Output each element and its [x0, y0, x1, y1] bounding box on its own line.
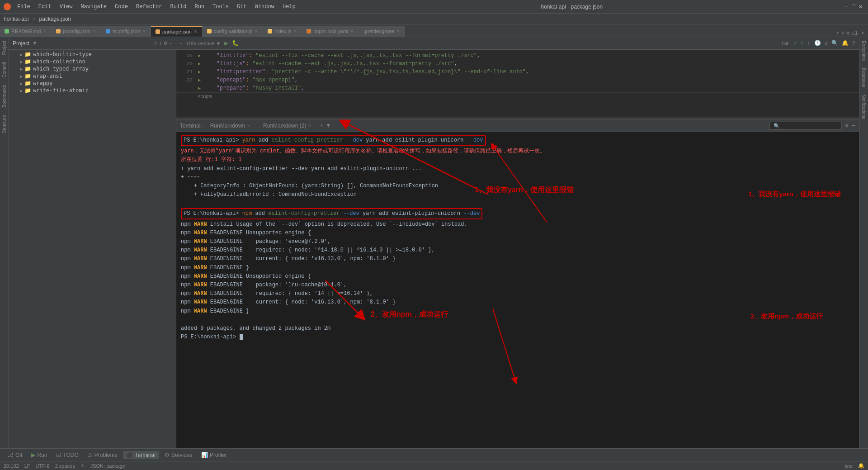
tab-pnpm-lock[interactable]: pnpm-lock.yaml ✕ — [302, 26, 359, 37]
toolbar-profiler[interactable]: 📊 Profiler — [198, 451, 231, 459]
term-tab-1[interactable]: RunMarkdown ✕ — [206, 122, 255, 130]
editor-terminal: ← i18n-remove ▼ ▶ 🐛 Git: ✓ ✓ ↑ 🕒 ↺ 🔍 🔔 ?… — [176, 37, 859, 448]
toolbar-back[interactable]: ← — [180, 40, 183, 47]
menu-edit[interactable]: Edit — [35, 3, 55, 11]
collapse-all-icon[interactable]: ≡ — [154, 40, 157, 47]
code-editor: 19 ▶ "lint:fix": "eslint --fix --cache -… — [176, 50, 859, 118]
tab-index-js[interactable]: index.js ✕ — [263, 26, 302, 37]
status-filetype[interactable]: JSON: package — [90, 463, 125, 469]
close-terminal-icon[interactable]: ─ — [852, 123, 855, 129]
tab-readme[interactable]: README.md ✕ — [0, 26, 52, 37]
toolbar-git[interactable]: ⎇ Git — [4, 451, 26, 459]
terminal-search[interactable] — [769, 122, 842, 130]
separator: › — [32, 16, 35, 22]
code-line-23: ▶ "prepare": "husky install", — [176, 84, 859, 92]
tree-item-which-builtin[interactable]: ▶ 📁 which-builtin-type — [9, 51, 176, 58]
toolbar-todo[interactable]: ☑ TODO — [52, 451, 82, 459]
status-line-col[interactable]: 20:102 — [4, 463, 19, 469]
project-header-title: Project — [13, 40, 29, 47]
tree-item-which-collection[interactable]: ▶ 📁 which-collection — [9, 58, 176, 65]
git-push[interactable]: ↑ — [807, 40, 810, 47]
menu-window[interactable]: Window — [251, 3, 278, 11]
maximize-button[interactable]: □ — [852, 3, 855, 10]
cmd1-block: PS E:\honkai-api> yarn add eslint-config… — [181, 135, 486, 146]
search-btn[interactable]: 🔍 — [831, 40, 838, 47]
prompt-1: PS E:\honkai-api> — [184, 137, 242, 143]
term-tab-2[interactable]: RunMarkdown (2) ✕ — [259, 122, 316, 130]
notifications-tab[interactable]: Notifications — [861, 95, 866, 119]
git-history[interactable]: 🕒 — [814, 40, 821, 47]
editor-toolbar: ← i18n-remove ▼ ▶ 🐛 Git: ✓ ✓ ↑ 🕒 ↺ 🔍 🔔 ? — [176, 37, 859, 50]
cmd-1-rest: add — [255, 137, 271, 143]
structure-tab[interactable]: Structure — [2, 115, 7, 133]
menu-refactor[interactable]: Refactor — [132, 3, 166, 11]
project-panel-header: Project ▼ ≡ ↕ ⚙ ─ — [9, 37, 176, 50]
git-check2[interactable]: ✓ — [800, 40, 803, 47]
code-line-19: 19 ▶ "lint:fix": "eslint --fix --cache -… — [176, 52, 859, 60]
status-branch[interactable]: test — [844, 463, 853, 469]
tree-item-wrappy[interactable]: ▶ 📁 wrappy — [9, 80, 176, 87]
menu-view[interactable]: View — [56, 3, 76, 11]
settings-icon-terminal[interactable]: ⚙ — [845, 122, 849, 129]
commit-tab[interactable]: Commit — [2, 62, 7, 77]
settings-icon[interactable]: ⚙ — [164, 40, 167, 47]
tab-prettierignore[interactable]: .prettierignore ✕ — [359, 26, 405, 37]
git-check1[interactable]: ✓ — [793, 40, 797, 47]
status-indent[interactable]: 2 spaces — [55, 463, 75, 469]
annotation-2-text: 2、改用npm，成功运行 — [750, 312, 823, 321]
minimize-panel-icon[interactable]: ─ — [169, 40, 172, 47]
tab-jsconfig[interactable]: jsconfig.json ✕ — [52, 26, 101, 37]
bookmarks-tab[interactable]: Bookmarks — [2, 85, 7, 108]
menu-run[interactable]: Run — [191, 3, 208, 11]
tree-item-wrap-ansi[interactable]: ▶ 📁 wrap-ansi — [9, 72, 176, 80]
menu-navigate[interactable]: Navigate — [77, 3, 110, 11]
add-terminal-btn[interactable]: + — [320, 123, 323, 129]
toolbar-run[interactable]: ▶ Run — [28, 451, 51, 459]
file-label: package.json — [39, 16, 71, 22]
menu-code[interactable]: Code — [111, 3, 132, 11]
run-gutter-20[interactable]: ▶ — [198, 61, 201, 66]
status-lf[interactable]: LF — [24, 463, 30, 469]
bottom-toolbar: ⎇ Git ▶ Run ☑ TODO ⚠ Problems ⬛ Terminal… — [0, 448, 868, 461]
database-tab[interactable]: Database — [861, 68, 866, 87]
git-undo[interactable]: ↺ — [825, 40, 828, 47]
run-btn[interactable]: ▶ — [224, 39, 228, 47]
scripts-breadcrumb: scripts — [176, 92, 859, 100]
tab-tsconfig[interactable]: tsconfig.json ✕ — [101, 26, 151, 37]
toolbar-services[interactable]: ⚙ Services — [161, 451, 196, 459]
window-controls: ─ □ ✕ — [844, 3, 863, 10]
close-button[interactable]: ✕ — [859, 3, 863, 10]
run-gutter-22[interactable]: ▶ — [198, 77, 201, 83]
menu-tools[interactable]: Tools — [209, 3, 232, 11]
run-gutter-23[interactable]: ▶ — [198, 85, 201, 91]
project-tab[interactable]: Project — [2, 41, 7, 55]
run-config-btn[interactable]: i18n-remove ▼ — [187, 41, 221, 46]
run-gutter-21[interactable]: ▶ — [198, 69, 201, 75]
status-charset[interactable]: UTF-8 — [36, 463, 50, 469]
menu-file[interactable]: File — [14, 3, 34, 11]
sort-icon[interactable]: ↕ — [159, 40, 162, 47]
notifications-btn[interactable]: 🔔 — [842, 40, 849, 47]
tree-item-which-typed-array[interactable]: ▶ 📁 which-typed-array — [9, 65, 176, 72]
tab-config-validator[interactable]: config-validator.js ✕ — [203, 26, 263, 37]
toolbar-terminal[interactable]: ⬛ Terminal — [123, 451, 159, 459]
tab-controls[interactable]: ⚡⬇⚙⚠️1 ⬆ — [832, 30, 868, 37]
debug-btn[interactable]: 🐛 — [232, 40, 239, 47]
status-notifications[interactable]: 🔔 — [858, 463, 864, 469]
tab-package-json[interactable]: package.json ✕ — [151, 26, 203, 37]
run-gutter-19[interactable]: ▶ — [198, 53, 201, 58]
endpoints-tab[interactable]: Endpoints — [861, 41, 866, 61]
cmd2-block: PS E:\honkai-api> npm add eslint-config-… — [181, 208, 482, 219]
tree-item-write-file-atomic[interactable]: ▶ 📁 write-file-atomic — [9, 87, 176, 94]
toolbar-problems[interactable]: ⚠ Problems — [84, 451, 121, 459]
menu-git[interactable]: Git — [233, 3, 250, 11]
terminal-dropdown[interactable]: ▼ — [327, 123, 330, 129]
code-line-21: 21 ▶ "lint:prettier": "prettier -c --wri… — [176, 68, 859, 76]
menu-help[interactable]: Help — [279, 3, 299, 11]
menu-build[interactable]: Build — [166, 3, 190, 11]
terminal-label: Terminal: — [180, 123, 202, 129]
help-btn[interactable]: ? — [852, 40, 855, 47]
status-bar: 20:102 LF UTF-8 2 spaces ⚠ JSON: package… — [0, 461, 868, 470]
cmd-npm: npm — [242, 210, 252, 217]
minimize-button[interactable]: ─ — [844, 3, 848, 10]
